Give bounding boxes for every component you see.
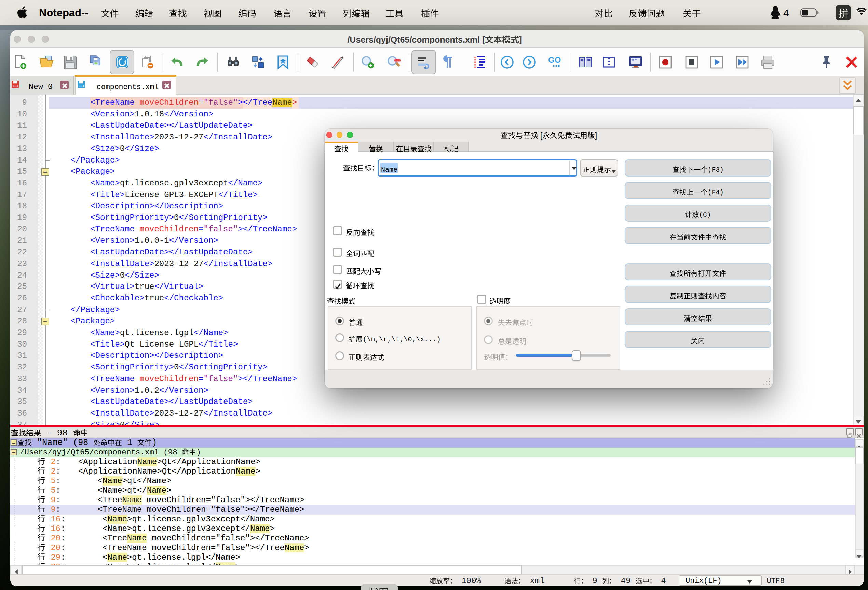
svg-text:GO: GO	[548, 55, 561, 65]
